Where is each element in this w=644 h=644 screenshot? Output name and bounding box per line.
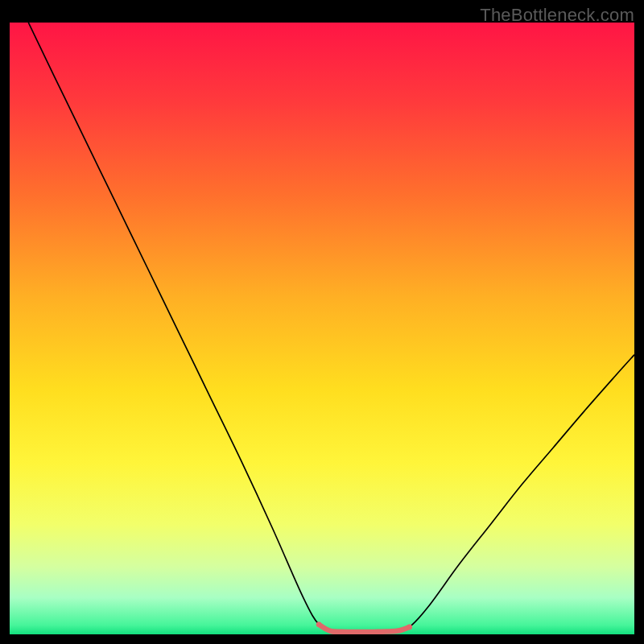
- chart-background: [10, 23, 634, 634]
- plot-area: [10, 23, 634, 634]
- series-optimal-range-marker-endpoint: [407, 625, 412, 630]
- chart-container: TheBottleneck.com: [0, 0, 644, 644]
- chart-svg: [10, 23, 634, 634]
- series-optimal-range-marker-endpoint: [316, 622, 322, 628]
